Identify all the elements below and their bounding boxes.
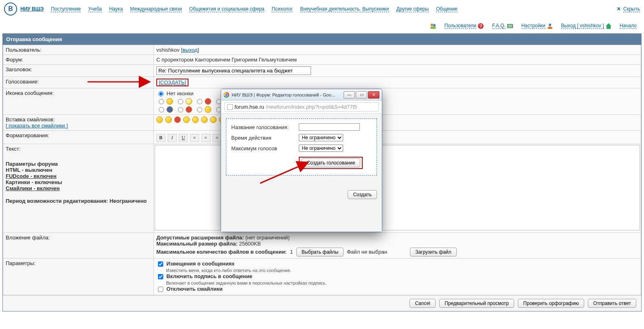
home-icon (605, 23, 612, 29)
nav-item[interactable]: Общение (436, 6, 458, 12)
home-link[interactable]: Начало (620, 23, 637, 29)
hide-link[interactable]: ✕ Скрыть (617, 6, 640, 12)
notify-checkbox[interactable] (158, 261, 163, 267)
sig-checkbox[interactable] (158, 274, 163, 279)
poll-create-link[interactable]: [СОЗДАТЬ] (159, 79, 186, 86)
show-all-smilies-link[interactable]: [ показать все смайлики ] (6, 123, 68, 129)
popup-titlebar[interactable]: НИУ ВШЭ | Форум: Редактор голосований - … (221, 89, 382, 101)
smiley-icon[interactable] (192, 116, 199, 123)
choose-files-button[interactable]: Выбрать файлы (296, 248, 344, 257)
nav-item[interactable]: Учеба (88, 6, 102, 12)
sidebar-smilies[interactable]: Смайлики - включен (6, 185, 60, 191)
icon-radio-none[interactable] (158, 91, 164, 97)
icon-radio[interactable] (178, 99, 183, 104)
poll-duration-label: Время действия (230, 133, 297, 143)
smiley-icon[interactable] (174, 116, 181, 123)
toolbar-underline[interactable]: U (179, 134, 188, 142)
users-link[interactable]: Пользователи (445, 23, 476, 29)
nav-item[interactable]: Поступление (51, 6, 81, 12)
nav-brand[interactable]: НИУ ВШЭ (20, 6, 44, 12)
sidebar-fudcode[interactable]: FUDcode - включен (6, 173, 57, 179)
notify-sub: Известить меня, когда кто-либо ответить … (166, 268, 638, 273)
svg-text:?: ? (480, 24, 482, 29)
emoji-icon (166, 98, 173, 105)
toolbar-align-center[interactable]: ≡ (202, 134, 210, 142)
icon-radio[interactable] (159, 99, 164, 104)
page-icon (227, 104, 233, 110)
smiley-icon[interactable] (156, 116, 163, 123)
smiley-icon[interactable] (165, 116, 172, 123)
logout-icon (547, 23, 553, 29)
action-bar: Пользователи ? F.A.Q. Настройки Выход [ … (0, 18, 644, 32)
top-nav: НИУ ВШЭ Поступление Учеба Наука Междунар… (20, 6, 458, 12)
emoji-icon (205, 106, 211, 113)
logout-inline-link[interactable]: выход (182, 47, 197, 53)
toolbar-italic[interactable]: I (168, 134, 177, 142)
nav-item[interactable]: Международные связи (130, 6, 182, 12)
icon-radio[interactable] (159, 107, 164, 112)
create-button[interactable]: Создать (348, 190, 377, 199)
svg-marker-9 (606, 23, 611, 29)
poll-maxvotes-label: Максимум голосов (230, 143, 297, 153)
subject-input[interactable] (156, 66, 311, 75)
poll-name-input[interactable] (299, 123, 360, 131)
settings-link[interactable]: Настройки (521, 23, 545, 29)
nav-item[interactable]: Внеучебная деятельность. Выпускники (300, 6, 389, 12)
nav-item[interactable]: Общежития и социальная сфера (189, 6, 265, 12)
icon-radio[interactable] (178, 107, 183, 112)
spellcheck-button[interactable]: Проверить орфографию (518, 299, 584, 308)
faq-icon: ? (478, 23, 484, 29)
attach-size-value: 25600KB (239, 241, 261, 247)
label-attach: Вложение файла: (3, 232, 154, 258)
faq-link[interactable]: F.A.Q. (492, 23, 506, 29)
popup-lower-row: Создать (226, 190, 377, 199)
icon-radio[interactable] (197, 107, 202, 112)
attach-ext-label: Допустимые расширения файла: (156, 235, 244, 241)
value-poll: [СОЗДАТЬ] (154, 77, 641, 88)
username: vshishkov (156, 47, 180, 53)
disable-smilies-checkbox[interactable] (158, 287, 163, 292)
window-close-button[interactable]: ✕ (368, 91, 379, 99)
nav-item[interactable]: Психолог (272, 6, 293, 12)
label-params: Параметры: (3, 258, 154, 295)
cancel-button[interactable]: Cancel (410, 299, 435, 308)
section-header: Отправка сообщения (3, 34, 641, 45)
users-icon (430, 23, 436, 29)
submit-button[interactable]: Отправить ответ (588, 299, 636, 308)
label-smilies: Вставка смайликов: [ показать все смайли… (3, 115, 154, 131)
top-bar: В НИУ ВШЭ Поступление Учеба Наука Междун… (0, 0, 644, 18)
smiley-icon[interactable] (201, 116, 208, 123)
smiley-icon[interactable] (210, 116, 217, 123)
toolbar-align-right[interactable]: ≡ (212, 134, 221, 142)
svg-point-1 (433, 24, 436, 26)
upload-button[interactable]: Загрузить файл (410, 248, 456, 257)
logo: В (4, 2, 17, 15)
attach-count-label: Максимальное количество файлов в сообщен… (156, 249, 287, 255)
svg-line-16 (260, 163, 307, 183)
svg-rect-6 (508, 25, 512, 26)
toolbar-bold[interactable]: B (156, 134, 165, 142)
icon-radio[interactable] (197, 99, 202, 104)
window-maximize-button[interactable]: ▭ (356, 91, 367, 99)
value-attach: Допустимые расширения файла: (нет ограни… (154, 232, 641, 258)
label-user: Пользователь: (3, 45, 154, 55)
poll-duration-select[interactable]: Не ограничено (299, 134, 343, 141)
preview-button[interactable]: Предварительный просмотр (439, 299, 514, 308)
logout-link[interactable]: Выход [ vshishkov ] (561, 23, 604, 29)
window-minimize-button[interactable]: — (344, 91, 355, 99)
toolbar-align-left[interactable]: ≡ (190, 134, 199, 142)
no-file-label: Файл не выбран (347, 249, 387, 255)
emoji-icon (186, 106, 192, 113)
smiley-icon[interactable] (183, 116, 190, 123)
nav-item[interactable]: Наука (109, 6, 123, 12)
annotation-arrow (258, 161, 311, 185)
nav-item[interactable]: Другие сферы (396, 6, 429, 12)
emoji-icon (205, 98, 211, 105)
sidebar-images: Картинки - включены (6, 179, 151, 185)
poll-maxvotes-select[interactable]: Не ограничено (299, 145, 343, 152)
sidebar-edit-period: Период возможности редактирования: Неогр… (6, 198, 151, 204)
hide-label[interactable]: Скрыть (623, 6, 640, 12)
url-input[interactable]: forum.hse.ru/newforum/index.php?t=poll&S… (224, 102, 379, 112)
notify-title: Извещения о сообщениях (166, 260, 235, 266)
svg-rect-5 (507, 24, 513, 28)
